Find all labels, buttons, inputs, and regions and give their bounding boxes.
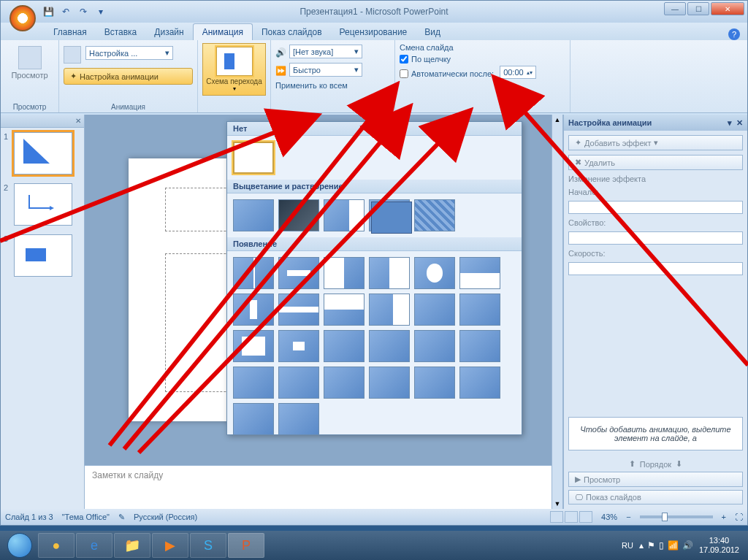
redo-icon[interactable]: ↷ (77, 5, 90, 18)
custom-animation-button[interactable]: ✦ Настройка анимации (64, 68, 193, 85)
taskbar-powerpoint[interactable]: P (228, 533, 264, 558)
speed-dropdown[interactable] (568, 262, 743, 275)
language-indicator[interactable]: Русский (Россия) (134, 513, 197, 521)
normal-view-button[interactable] (550, 511, 563, 523)
tray-flag-icon[interactable]: ⚑ (647, 540, 655, 551)
transition-item[interactable] (324, 199, 365, 231)
transition-item[interactable] (369, 294, 410, 326)
tray-language[interactable]: RU (622, 541, 633, 550)
reorder-down-icon[interactable]: ⬇ (676, 459, 682, 469)
undo-icon[interactable]: ↶ (59, 5, 72, 18)
transition-item[interactable] (278, 199, 319, 231)
scroll-down-icon[interactable]: ▼ (554, 500, 561, 507)
tab-animation[interactable]: Анимация (193, 23, 253, 40)
auto-after-time[interactable]: 00:00▴▾ (500, 66, 536, 79)
transition-item[interactable] (278, 330, 319, 362)
tab-home[interactable]: Главная (45, 24, 96, 40)
transition-item[interactable] (278, 403, 319, 435)
taskbar-mediaplayer[interactable]: ▶ (152, 533, 188, 558)
tray-expand-icon[interactable]: ▴ (639, 540, 644, 551)
notes-pane[interactable]: Заметки к слайду (85, 465, 552, 509)
help-icon[interactable]: ? (728, 28, 740, 40)
taskpane-close-icon[interactable]: ✕ (736, 118, 743, 128)
transition-item[interactable] (414, 257, 455, 289)
add-effect-button[interactable]: ✦Добавить эффект ▾ (568, 135, 743, 150)
office-button[interactable] (9, 5, 36, 31)
reorder-up-icon[interactable]: ⬆ (629, 459, 636, 469)
transition-item[interactable] (324, 294, 365, 326)
transition-sound-dropdown[interactable]: [Нет звука]▾ (289, 45, 362, 58)
zoom-level[interactable]: 43% (601, 513, 617, 521)
transition-item[interactable] (233, 330, 274, 362)
taskbar-ie[interactable]: e (76, 533, 112, 558)
qat-dropdown-icon[interactable]: ▾ (94, 5, 107, 18)
vertical-scrollbar[interactable]: ▲ ▼ (552, 115, 563, 509)
slide-thumb-3[interactable]: 3 (1, 230, 84, 281)
transition-item[interactable] (278, 367, 319, 399)
transition-item[interactable] (278, 257, 319, 289)
minimize-button[interactable]: — (664, 2, 686, 15)
transition-item[interactable] (459, 330, 500, 362)
transition-item[interactable] (459, 367, 500, 399)
property-dropdown[interactable] (568, 231, 743, 245)
transition-scheme-button[interactable]: Схема перехода ▾ (202, 43, 265, 96)
preview-button[interactable]: Просмотр (5, 43, 54, 83)
taskbar-explorer[interactable]: 📁 (114, 533, 150, 558)
transition-speed-dropdown[interactable]: Быстро▾ (289, 63, 362, 77)
transition-item[interactable] (459, 257, 500, 289)
start-button[interactable] (3, 531, 37, 560)
spellcheck-icon[interactable]: ✎ (118, 513, 125, 522)
tab-slideshow[interactable]: Показ слайдов (253, 24, 331, 40)
taskbar-clock[interactable]: 13:40 17.09.2012 (699, 536, 739, 555)
transition-item[interactable] (233, 257, 274, 289)
transition-item[interactable] (414, 367, 455, 399)
transition-item[interactable] (233, 199, 274, 231)
transition-item[interactable] (369, 367, 410, 399)
slide-thumb-2[interactable]: 2 (1, 179, 84, 230)
zoom-slider[interactable] (640, 515, 713, 518)
transition-item[interactable] (324, 257, 365, 289)
auto-after-checkbox[interactable]: Автоматически после: 00:00▴▾ (400, 66, 565, 81)
transition-item[interactable] (459, 294, 500, 326)
tab-insert[interactable]: Вставка (96, 24, 146, 40)
transition-item[interactable] (233, 403, 274, 435)
fit-to-window-icon[interactable]: ⛶ (735, 513, 743, 521)
tab-design[interactable]: Дизайн (145, 24, 192, 40)
transition-item[interactable] (369, 199, 410, 231)
start-dropdown[interactable] (568, 201, 743, 214)
slideshow-button[interactable]: 🖵Показ слайдов (568, 490, 743, 505)
zoom-out-icon[interactable]: − (626, 513, 630, 521)
transition-item[interactable] (278, 294, 319, 326)
animate-icon[interactable] (64, 46, 81, 64)
tab-view[interactable]: Вид (416, 24, 449, 40)
transition-item[interactable] (369, 257, 410, 289)
transition-item[interactable] (414, 294, 455, 326)
apply-to-all-button[interactable]: Применить ко всем (275, 81, 390, 90)
taskbar-chrome[interactable]: ● (38, 533, 75, 558)
slideshow-view-button[interactable] (579, 511, 592, 523)
play-button[interactable]: ▶Просмотр (568, 472, 743, 487)
transition-item[interactable] (324, 367, 365, 399)
transition-item[interactable] (414, 330, 455, 362)
animate-dropdown[interactable]: Настройка ...▾ (85, 46, 173, 60)
transition-item[interactable] (233, 294, 274, 326)
tray-battery-icon[interactable]: ▯ (659, 540, 664, 551)
thumbnails-close[interactable]: ✕ (1, 115, 84, 128)
taskpane-dropdown-icon[interactable]: ▾ (728, 118, 732, 128)
transition-item[interactable] (324, 330, 365, 362)
zoom-in-icon[interactable]: + (722, 513, 726, 521)
transition-none[interactable] (233, 142, 274, 174)
remove-effect-button[interactable]: ✖Удалить (568, 155, 743, 170)
transition-item[interactable] (414, 199, 455, 231)
tab-review[interactable]: Рецензирование (331, 24, 416, 40)
tray-volume-icon[interactable]: 🔊 (682, 540, 693, 551)
maximize-button[interactable]: ☐ (687, 2, 709, 15)
taskbar-skype[interactable]: S (190, 533, 226, 558)
transition-item[interactable] (369, 330, 410, 362)
slide-thumb-1[interactable]: 1 (1, 128, 84, 179)
on-click-checkbox[interactable]: По щелчку (400, 55, 565, 64)
save-icon[interactable]: 💾 (42, 5, 55, 18)
close-button[interactable]: ✕ (711, 2, 744, 15)
tray-network-icon[interactable]: 📶 (668, 540, 679, 551)
scroll-up-icon[interactable]: ▲ (554, 116, 561, 123)
